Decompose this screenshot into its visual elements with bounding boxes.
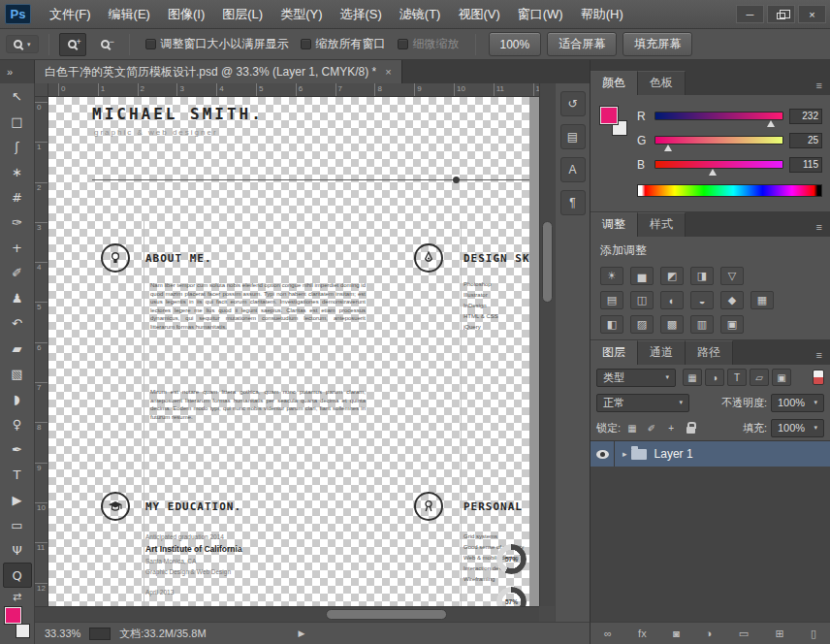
vertical-scrollbar-thumb[interactable] — [542, 221, 553, 303]
paragraph-panel-icon[interactable]: ¶ — [560, 190, 586, 215]
filter-shape-layers-icon[interactable]: ▱ — [750, 369, 769, 386]
zoom-in-button[interactable]: + — [59, 33, 86, 56]
crop-tool[interactable]: # — [3, 184, 32, 209]
character-panel-icon[interactable]: A — [560, 157, 586, 182]
filter-smart-objects-icon[interactable]: ▣ — [772, 369, 791, 386]
channel-slider[interactable] — [654, 112, 783, 120]
options-checkbox[interactable]: 缩放所有窗口 — [301, 36, 386, 52]
menu-item[interactable]: 图像(I) — [159, 0, 213, 28]
zoom-preset-button[interactable]: 适合屏幕 — [547, 32, 617, 56]
new-adjustment-layer-icon[interactable]: ◑ — [706, 628, 713, 639]
type-tool[interactable]: T — [3, 462, 32, 487]
spot-healing-brush-tool[interactable]: + — [3, 235, 32, 260]
color-spectrum-ramp[interactable] — [637, 184, 822, 197]
document-tab[interactable]: 白色干净的英文简历模板设计.psd @ 33.3% (Layer 1, CMYK… — [35, 60, 402, 83]
checkbox-icon[interactable] — [398, 39, 408, 49]
layer-mask-icon[interactable]: ◙ — [673, 628, 680, 639]
minimize-button[interactable]: ─ — [736, 5, 764, 23]
status-menu-arrow-icon[interactable]: ▶ — [299, 628, 305, 638]
menu-item[interactable]: 文件(F) — [41, 0, 100, 28]
menu-item[interactable]: 编辑(E) — [100, 0, 159, 28]
eraser-tool[interactable]: ▰ — [3, 336, 32, 361]
rectangle-tool[interactable]: ▭ — [3, 512, 32, 537]
zoom-preset-button[interactable]: 填充屏幕 — [622, 32, 692, 56]
horizontal-scrollbar[interactable] — [35, 606, 539, 622]
restore-button[interactable] — [767, 5, 795, 23]
history-panel-icon[interactable]: ↺ — [560, 91, 586, 116]
menu-item[interactable]: 选择(S) — [331, 0, 390, 28]
menu-item[interactable]: 滤镜(T) — [391, 0, 450, 28]
channel-value[interactable]: 25 — [789, 133, 822, 148]
status-zoom-level[interactable]: 33.33% — [45, 628, 80, 639]
menu-item[interactable]: 类型(Y) — [271, 0, 331, 28]
photo-filter-icon[interactable]: ◒ — [690, 291, 714, 309]
tab-adjustments[interactable]: 调整 — [591, 212, 638, 237]
path-selection-tool[interactable]: ▶ — [3, 487, 32, 512]
zoom-preset-button[interactable]: 100% — [489, 32, 542, 56]
zoom-out-button[interactable]: − — [92, 33, 119, 56]
channel-mixer-icon[interactable]: ◆ — [720, 291, 744, 309]
clone-stamp-tool[interactable]: ♟ — [3, 285, 32, 310]
exposure-icon[interactable]: ◨ — [690, 267, 714, 285]
app-logo-icon[interactable]: Ps — [5, 4, 31, 24]
channel-slider[interactable] — [654, 160, 783, 169]
tab-paths[interactable]: 路径 — [686, 340, 733, 365]
foreground-color-well[interactable] — [600, 107, 618, 124]
gradient-map-icon[interactable]: ▥ — [690, 315, 714, 334]
tab-color[interactable]: 颜色 — [591, 71, 638, 95]
tab-close-icon[interactable]: × — [385, 66, 391, 78]
panel-menu-icon[interactable]: ≡ — [816, 80, 830, 95]
layer-visibility-toggle[interactable] — [591, 441, 615, 467]
checkbox-icon[interactable] — [145, 39, 156, 49]
hand-tool[interactable]: Ψ — [3, 537, 32, 563]
menu-item[interactable]: 窗口(W) — [509, 0, 572, 28]
toolbar-collapse-button[interactable]: » — [0, 60, 35, 83]
channel-value[interactable]: 115 — [789, 157, 822, 173]
layer-filter-toggle[interactable] — [813, 370, 824, 385]
magic-wand-tool[interactable]: ∗ — [3, 159, 32, 184]
lock-transparency-icon[interactable]: ▦ — [624, 420, 640, 435]
color-balance-icon[interactable]: ◫ — [630, 291, 654, 309]
link-layers-icon[interactable]: ∞ — [604, 628, 612, 639]
ruler-origin[interactable] — [35, 83, 48, 97]
group-disclosure-icon[interactable]: ▸ — [622, 449, 627, 459]
posterize-icon[interactable]: ▨ — [630, 315, 654, 334]
tool-preset-dropdown[interactable]: ▾ — [6, 35, 39, 53]
layer-name[interactable]: Layer 1 — [654, 447, 693, 461]
filter-type-layers-icon[interactable]: T — [727, 369, 747, 386]
pen-tool[interactable]: ✒ — [3, 436, 32, 462]
history-brush-tool[interactable]: ↶ — [3, 310, 32, 336]
tab-styles[interactable]: 样式 — [638, 212, 686, 237]
checkbox-icon[interactable] — [301, 39, 311, 49]
levels-icon[interactable]: ▅ — [630, 267, 654, 285]
foreground-color-swatch[interactable] — [5, 607, 21, 624]
selective-color-icon[interactable]: ▣ — [720, 315, 744, 334]
vibrance-icon[interactable]: ▽ — [720, 267, 744, 285]
lock-pixels-icon[interactable]: ✐ — [644, 420, 659, 435]
channel-slider[interactable] — [654, 136, 783, 145]
dodge-tool[interactable]: ♀ — [3, 411, 32, 436]
background-color-swatch[interactable] — [16, 624, 30, 638]
swap-colors-icon[interactable]: ⇄ — [13, 591, 21, 603]
invert-icon[interactable]: ◧ — [600, 315, 623, 334]
lock-all-icon[interactable] — [683, 420, 698, 435]
delete-layer-icon[interactable]: ▯ — [811, 628, 816, 640]
new-layer-icon[interactable]: ⊞ — [775, 628, 783, 640]
menu-item[interactable]: 帮助(H) — [572, 0, 632, 28]
black-white-icon[interactable]: ◐ — [660, 291, 684, 309]
filter-adjustment-layers-icon[interactable]: ◑ — [705, 369, 724, 386]
slider-handle-icon[interactable] — [664, 145, 672, 151]
opacity-dropdown[interactable]: 100% ▾ — [771, 394, 824, 412]
channel-value[interactable]: 232 — [789, 109, 822, 124]
tab-layers[interactable]: 图层 — [591, 340, 638, 365]
new-group-icon[interactable]: ▭ — [739, 628, 749, 640]
brightness-contrast-icon[interactable]: ☀ — [600, 267, 623, 285]
blur-tool[interactable]: ◗ — [3, 386, 32, 411]
fill-dropdown[interactable]: 100% ▾ — [771, 419, 824, 437]
color-lookup-icon[interactable]: ▦ — [750, 291, 774, 309]
hue-saturation-icon[interactable]: ▤ — [600, 291, 623, 309]
filter-pixel-layers-icon[interactable]: ▦ — [683, 369, 702, 386]
menu-item[interactable]: 图层(L) — [213, 0, 271, 28]
vertical-scrollbar[interactable] — [539, 83, 555, 606]
rectangular-marquee-tool[interactable]: □ — [3, 109, 32, 134]
